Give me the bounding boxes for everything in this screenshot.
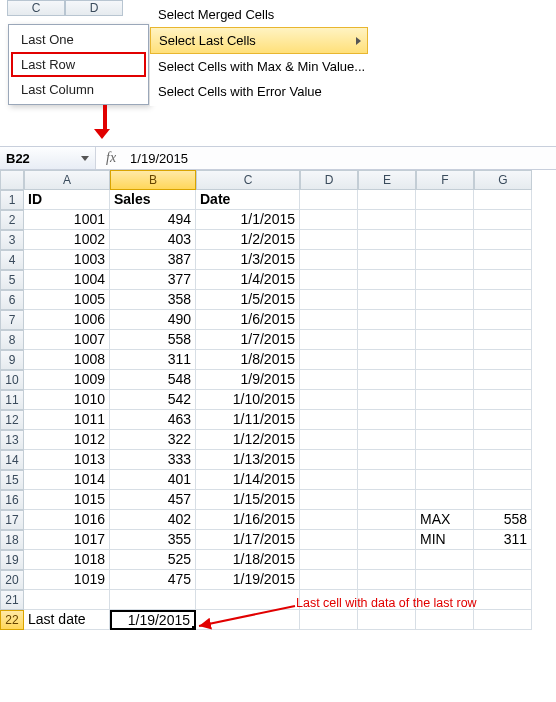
row-head-16[interactable]: 16 (0, 490, 24, 510)
row-head-6[interactable]: 6 (0, 290, 24, 310)
cell-sales[interactable]: 403 (110, 230, 196, 250)
row-head-19[interactable]: 19 (0, 550, 24, 570)
row-head-7[interactable]: 7 (0, 310, 24, 330)
cell-id[interactable]: 1010 (24, 390, 110, 410)
cell-id[interactable]: 1018 (24, 550, 110, 570)
menu-last-one[interactable]: Last One (11, 27, 146, 52)
cell[interactable] (416, 490, 474, 510)
cell[interactable] (474, 290, 532, 310)
row-head-22[interactable]: 22 (0, 610, 24, 630)
header-sales[interactable]: Sales (110, 190, 196, 210)
cell-sales[interactable]: 457 (110, 490, 196, 510)
cell-sales[interactable]: 377 (110, 270, 196, 290)
menu-select-error[interactable]: Select Cells with Error Value (150, 79, 390, 104)
cell[interactable] (300, 190, 358, 210)
cell-date[interactable]: 1/6/2015 (196, 310, 300, 330)
cell-id[interactable]: 1014 (24, 470, 110, 490)
cell-id[interactable]: 1002 (24, 230, 110, 250)
cell[interactable] (416, 310, 474, 330)
col-head-d[interactable]: D (300, 170, 358, 190)
cell[interactable] (300, 270, 358, 290)
cell-id[interactable]: 1001 (24, 210, 110, 230)
cell-date[interactable]: 1/9/2015 (196, 370, 300, 390)
col-head-f[interactable]: F (416, 170, 474, 190)
cell[interactable] (474, 350, 532, 370)
menu-last-row[interactable]: Last Row (11, 52, 146, 77)
cell-id[interactable]: 1006 (24, 310, 110, 330)
cell[interactable] (416, 390, 474, 410)
col-head-g[interactable]: G (474, 170, 532, 190)
cell-id[interactable]: 1004 (24, 270, 110, 290)
row-head-3[interactable]: 3 (0, 230, 24, 250)
cell-sales[interactable]: 548 (110, 370, 196, 390)
row-head-8[interactable]: 8 (0, 330, 24, 350)
cell[interactable] (474, 230, 532, 250)
row-head-14[interactable]: 14 (0, 450, 24, 470)
cell[interactable] (358, 430, 416, 450)
cell-date[interactable]: 1/14/2015 (196, 470, 300, 490)
cell[interactable] (300, 430, 358, 450)
cell[interactable] (474, 310, 532, 330)
cell[interactable] (416, 550, 474, 570)
col-head-d[interactable]: D (65, 0, 123, 16)
cell[interactable] (416, 210, 474, 230)
cell[interactable] (416, 430, 474, 450)
cell[interactable] (474, 450, 532, 470)
cell-id[interactable]: 1019 (24, 570, 110, 590)
cell[interactable] (416, 190, 474, 210)
cell[interactable] (358, 290, 416, 310)
cell[interactable] (300, 290, 358, 310)
cell[interactable] (24, 590, 110, 610)
row-head-17[interactable]: 17 (0, 510, 24, 530)
cell[interactable] (358, 550, 416, 570)
row-head-11[interactable]: 11 (0, 390, 24, 410)
cell-sales[interactable]: 402 (110, 510, 196, 530)
cell-id[interactable]: 1011 (24, 410, 110, 430)
cell-date[interactable]: 1/1/2015 (196, 210, 300, 230)
col-head-c[interactable]: C (7, 0, 65, 16)
cell[interactable] (474, 550, 532, 570)
cell-sales[interactable]: 494 (110, 210, 196, 230)
cell[interactable] (416, 410, 474, 430)
cell[interactable] (474, 250, 532, 270)
menu-select-maxmin[interactable]: Select Cells with Max & Min Value... (150, 54, 390, 79)
cell[interactable] (416, 350, 474, 370)
cell[interactable] (300, 230, 358, 250)
cell-date[interactable]: 1/12/2015 (196, 430, 300, 450)
cell[interactable] (300, 370, 358, 390)
cell[interactable] (358, 330, 416, 350)
cell[interactable] (300, 410, 358, 430)
cell[interactable] (358, 250, 416, 270)
cell[interactable] (300, 390, 358, 410)
cell[interactable] (300, 470, 358, 490)
cell-id[interactable]: 1008 (24, 350, 110, 370)
cell-date[interactable]: 1/4/2015 (196, 270, 300, 290)
row-head-9[interactable]: 9 (0, 350, 24, 370)
header-date[interactable]: Date (196, 190, 300, 210)
cell[interactable] (358, 450, 416, 470)
cell-date[interactable]: 1/3/2015 (196, 250, 300, 270)
cell[interactable] (474, 470, 532, 490)
cell[interactable] (300, 510, 358, 530)
cell-date[interactable]: 1/15/2015 (196, 490, 300, 510)
cell[interactable] (196, 610, 300, 630)
cell-sales[interactable]: 463 (110, 410, 196, 430)
cell-sales[interactable]: 475 (110, 570, 196, 590)
col-head-e[interactable]: E (358, 170, 416, 190)
cell-date[interactable]: 1/7/2015 (196, 330, 300, 350)
cell[interactable] (300, 570, 358, 590)
cell-date[interactable]: 1/18/2015 (196, 550, 300, 570)
cell-date[interactable]: 1/8/2015 (196, 350, 300, 370)
row-head-10[interactable]: 10 (0, 370, 24, 390)
row-head-4[interactable]: 4 (0, 250, 24, 270)
menu-last-column[interactable]: Last Column (11, 77, 146, 102)
cell[interactable] (416, 230, 474, 250)
cell[interactable] (358, 410, 416, 430)
cell-sales[interactable]: 333 (110, 450, 196, 470)
row-head-12[interactable]: 12 (0, 410, 24, 430)
cell[interactable] (416, 270, 474, 290)
cell[interactable] (474, 410, 532, 430)
cell[interactable] (474, 610, 532, 630)
cell[interactable] (358, 310, 416, 330)
cell[interactable] (358, 470, 416, 490)
